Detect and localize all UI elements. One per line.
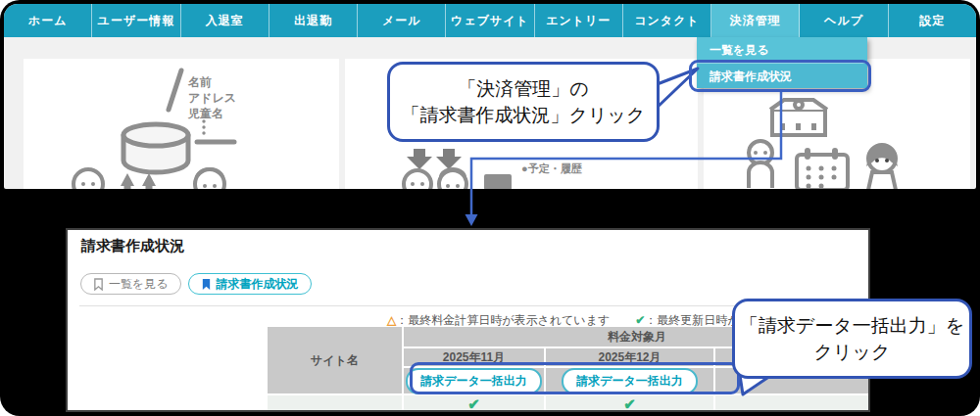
db-label-address: アドレス xyxy=(188,91,236,105)
nav-item-help[interactable]: ヘルプ xyxy=(800,4,888,37)
payment-dropdown-menu: 一覧を見る 請求書作成状況 xyxy=(697,37,867,88)
main-navbar: ホーム ユーザー情報 入退室 出退勤 メール ウェブサイト エントリー コンタク… xyxy=(4,4,976,37)
callout-export-line1: 「請求データ一括出力」を xyxy=(740,312,964,339)
table-row-cell xyxy=(715,395,870,412)
nav-item-payment[interactable]: 決済管理 xyxy=(711,4,800,37)
callout-export-click: 「請求データ一括出力」を クリック xyxy=(732,299,972,379)
nav-item-settings[interactable]: 設定 xyxy=(889,4,976,37)
legend-triangle-text: ：最終料金計算日時が表示されています xyxy=(396,313,610,327)
nav-item-mail[interactable]: メール xyxy=(358,4,446,37)
db-label-name: 名前 xyxy=(187,75,212,89)
table-row-cell xyxy=(268,395,404,412)
callout-menu-click: 「決済管理」の 「請求書作成状況」クリック xyxy=(387,62,660,142)
view-list-label: 一覧を見る xyxy=(109,276,169,293)
invoice-status-button[interactable]: 請求書作成状況 xyxy=(188,273,312,295)
check-icon: ✔ xyxy=(635,313,645,327)
callout-menu-line1: 「決済管理」の xyxy=(458,75,588,102)
export-cell-dec: 請求データ一括出力 xyxy=(546,368,715,395)
annotated-tutorial-image: ホーム ユーザー情報 入退室 出退勤 メール ウェブサイト エントリー コンタク… xyxy=(0,0,980,416)
table-header-month-nov: 2025年11月 xyxy=(404,348,546,368)
dropdown-item-view-list[interactable]: 一覧を見る xyxy=(697,37,867,63)
view-list-button[interactable]: 一覧を見る xyxy=(80,273,181,295)
check-icon: ✔ xyxy=(467,395,480,412)
illustration-card-database: 名前 アドレス 児童名 xyxy=(24,59,339,189)
export-invoice-data-button-dec[interactable]: 請求データ一括出力 xyxy=(562,368,698,394)
triangle-icon: △ xyxy=(387,313,396,327)
nav-item-contact[interactable]: コンタクト xyxy=(623,4,711,37)
nav-item-user-info[interactable]: ユーザー情報 xyxy=(92,4,180,37)
table-row-cell: ✔ xyxy=(546,395,715,412)
bookmark-filled-icon xyxy=(201,278,212,291)
db-label-child: 児童名 xyxy=(187,107,223,120)
nav-item-home[interactable]: ホーム xyxy=(4,4,92,37)
bookmark-outline-icon xyxy=(93,278,104,291)
invoice-status-label: 請求書作成状況 xyxy=(217,276,299,293)
nav-item-entry[interactable]: エントリー xyxy=(535,4,623,37)
table-header-site: サイト名 xyxy=(268,327,404,395)
table-header-month-dec: 2025年12月 xyxy=(546,348,715,368)
panel-tab-row: 一覧を見る 請求書作成状況 xyxy=(80,273,312,295)
callout-menu-line2: 「請求書作成状況」クリック xyxy=(402,102,646,128)
export-invoice-data-button-nov[interactable]: 請求データ一括出力 xyxy=(406,368,542,394)
nav-item-website[interactable]: ウェブサイト xyxy=(446,4,534,37)
schedule-label: ●予定・履歴 xyxy=(521,162,583,174)
dropdown-item-invoice-status[interactable]: 請求書作成状況 xyxy=(697,63,867,88)
database-illustration-icon: 名前 アドレス 児童名 xyxy=(24,59,339,189)
nav-item-attendance[interactable]: 出退勤 xyxy=(270,4,358,37)
check-icon: ✔ xyxy=(623,395,636,412)
export-cell-nov: 請求データ一括出力 xyxy=(404,368,546,395)
nav-item-entry-exit[interactable]: 入退室 xyxy=(181,4,270,37)
page-title: 請求書作成状況 xyxy=(81,237,184,255)
callout-export-line2: クリック xyxy=(814,339,891,365)
table-row-cell: ✔ xyxy=(404,395,546,412)
